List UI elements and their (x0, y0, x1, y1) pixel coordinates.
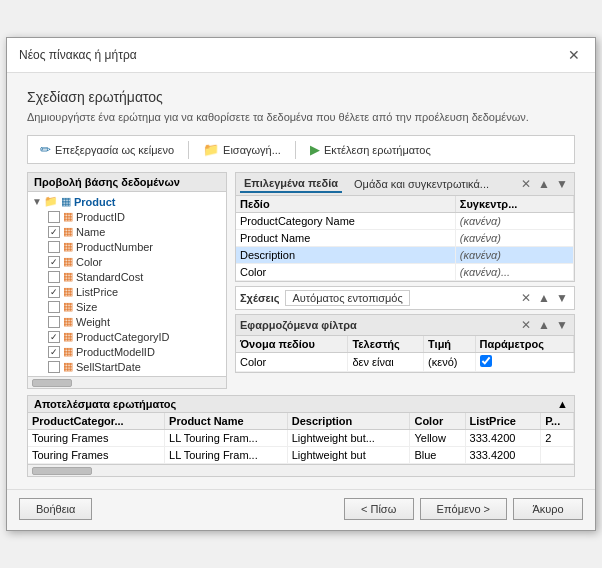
relations-delete-button[interactable]: ✕ (518, 290, 534, 306)
check-name[interactable] (48, 226, 60, 238)
results-expand-icon[interactable]: ▲ (557, 398, 568, 410)
check-color[interactable] (48, 256, 60, 268)
tree-root-product[interactable]: ▼ 📁 ▦ Product (30, 194, 224, 209)
tree-item-standardcost[interactable]: ▦ StandardCost (46, 269, 224, 284)
tree-item-sellstartdate[interactable]: ▦ SellStartDate (46, 359, 224, 374)
tree-item-weight[interactable]: ▦ Weight (46, 314, 224, 329)
filter-row-0[interactable]: Color δεν είναι (κενό) (236, 353, 574, 372)
tree-item-color[interactable]: ▦ Color (46, 254, 224, 269)
field-name-0: ProductCategory Name (236, 213, 455, 230)
dialog-title: Νέος πίνακας ή μήτρα (19, 48, 137, 62)
edit-as-text-button[interactable]: ✏ Επεξεργασία ως κείμενο (34, 140, 180, 159)
field-icon-listprice: ▦ (63, 285, 73, 298)
check-size[interactable] (48, 301, 60, 313)
label-sellstartdate: SellStartDate (76, 361, 141, 373)
product-children: ▦ ProductID ▦ Name ▦ P (46, 209, 224, 374)
fields-actions: ✕ ▲ ▼ (518, 176, 570, 192)
check-productmodelid[interactable] (48, 346, 60, 358)
cancel-button[interactable]: Άκυρο (513, 498, 583, 520)
nav-buttons: < Πίσω Επόμενο > Άκυρο (344, 498, 583, 520)
next-button[interactable]: Επόμενο > (420, 498, 507, 520)
collapse-icon[interactable]: ▼ (32, 196, 42, 207)
result-cat-0: Touring Frames (28, 430, 165, 447)
results-horizontal-scrollbar[interactable] (28, 464, 574, 476)
bottom-bar: Βοήθεια < Πίσω Επόμενο > Άκυρο (7, 489, 595, 530)
field-icon-sellstartdate: ▦ (63, 360, 73, 373)
results-col-5[interactable]: P... (541, 413, 574, 430)
delete-field-button[interactable]: ✕ (518, 176, 534, 192)
run-query-button[interactable]: ▶ Εκτέλεση ερωτήματος (304, 140, 437, 159)
result-row-1[interactable]: Touring Frames LL Touring Fram... Lightw… (28, 447, 574, 464)
field-icon-productid: ▦ (63, 210, 73, 223)
check-weight[interactable] (48, 316, 60, 328)
main-panels: Προβολή βάσης δεδομένων ▼ 📁 ▦ Product ▦ (27, 172, 575, 389)
tab-group-aggregates[interactable]: Ομάδα και συγκεντρωτικά... (350, 175, 493, 193)
fields-table-wrap[interactable]: Πεδίο Συγκεντρ... ProductCategory Name (… (236, 196, 574, 281)
check-productid[interactable] (48, 211, 60, 223)
label-name: Name (76, 226, 105, 238)
filter-delete-button[interactable]: ✕ (518, 317, 534, 333)
filter-move-up[interactable]: ▲ (536, 317, 552, 333)
label-listprice: ListPrice (76, 286, 118, 298)
results-table-wrapper[interactable]: ProductCategor... Product Name Descripti… (28, 413, 574, 464)
tree-item-listprice[interactable]: ▦ ListPrice (46, 284, 224, 299)
result-name-1: LL Touring Fram... (165, 447, 288, 464)
tab-selected-fields[interactable]: Επιλεγμένα πεδία (240, 175, 342, 193)
relations-move-down[interactable]: ▼ (554, 290, 570, 306)
import-button[interactable]: 📁 Εισαγωγή... (197, 140, 287, 159)
tree-item-productmodelid[interactable]: ▦ ProductModelID (46, 344, 224, 359)
results-title: Αποτελέσματα ερωτήματος (34, 398, 176, 410)
results-col-1[interactable]: Product Name (165, 413, 288, 430)
results-header: Αποτελέσματα ερωτήματος ▲ (28, 396, 574, 413)
check-sellstartdate[interactable] (48, 361, 60, 373)
result-color-0: Yellow (410, 430, 465, 447)
tree-item-productid[interactable]: ▦ ProductID (46, 209, 224, 224)
field-row-2[interactable]: Description (κανένα) (236, 247, 574, 264)
aggregate-col-header[interactable]: Συγκεντρ... (455, 196, 573, 213)
check-productnumber[interactable] (48, 241, 60, 253)
relations-value: Αυτόματος εντοπισμός (285, 290, 409, 306)
check-listprice[interactable] (48, 286, 60, 298)
tree-area[interactable]: ▼ 📁 ▦ Product ▦ ProductID (28, 192, 226, 376)
results-col-2[interactable]: Description (287, 413, 410, 430)
move-down-button[interactable]: ▼ (554, 176, 570, 192)
field-name-1: Product Name (236, 230, 455, 247)
close-button[interactable]: ✕ (565, 46, 583, 64)
separator-1 (188, 141, 189, 159)
tree-item-size[interactable]: ▦ Size (46, 299, 224, 314)
field-row-1[interactable]: Product Name (κανένα) (236, 230, 574, 247)
tree-item-productcategoryid[interactable]: ▦ ProductCategoryID (46, 329, 224, 344)
field-col-header[interactable]: Πεδίο (236, 196, 455, 213)
scrollbar-thumb-left[interactable] (32, 379, 72, 387)
tree-item-productnumber[interactable]: ▦ ProductNumber (46, 239, 224, 254)
result-row-0[interactable]: Touring Frames LL Touring Fram... Lightw… (28, 430, 574, 447)
move-up-button[interactable]: ▲ (536, 176, 552, 192)
check-productcategoryid[interactable] (48, 331, 60, 343)
filter-param-checkbox-0[interactable] (480, 355, 492, 367)
check-standardcost[interactable] (48, 271, 60, 283)
filter-col-value: Τιμή (424, 336, 475, 353)
field-row-3[interactable]: Color (κανένα)... (236, 264, 574, 281)
results-col-4[interactable]: ListPrice (465, 413, 541, 430)
back-button[interactable]: < Πίσω (344, 498, 414, 520)
filter-header: Εφαρμοζόμενα φίλτρα ✕ ▲ ▼ (236, 315, 574, 336)
field-icon-color: ▦ (63, 255, 73, 268)
tree-item-name[interactable]: ▦ Name (46, 224, 224, 239)
results-col-0[interactable]: ProductCategor... (28, 413, 165, 430)
field-row-0[interactable]: ProductCategory Name (κανένα) (236, 213, 574, 230)
results-col-3[interactable]: Color (410, 413, 465, 430)
filter-value-0: (κενό) (424, 353, 475, 372)
folder-icon: 📁 (44, 195, 58, 208)
result-p-0: 2 (541, 430, 574, 447)
relations-move-up[interactable]: ▲ (536, 290, 552, 306)
results-scrollbar-thumb[interactable] (32, 467, 92, 475)
product-node-label: Product (74, 196, 116, 208)
filter-col-param: Παράμετρος (475, 336, 573, 353)
filter-param-0[interactable] (475, 353, 573, 372)
tree-horizontal-scrollbar[interactable] (28, 376, 226, 388)
separator-2 (295, 141, 296, 159)
section-title: Σχεδίαση ερωτήματος (27, 89, 575, 105)
help-button[interactable]: Βοήθεια (19, 498, 92, 520)
section-description: Δημιουργήστε ένα ερώτημα για να καθορίσε… (27, 111, 575, 123)
filter-move-down[interactable]: ▼ (554, 317, 570, 333)
